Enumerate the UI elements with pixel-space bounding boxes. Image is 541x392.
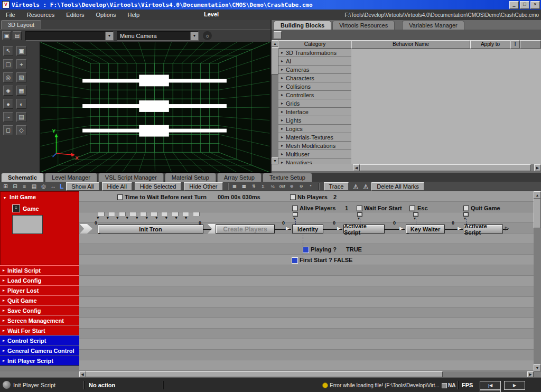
category-row[interactable]: ▸ Controllers [278, 91, 351, 99]
expand-icon[interactable]: ▸ [0, 318, 7, 323]
maximize-view-icon[interactable]: ▣ [2, 31, 11, 40]
pan-icon[interactable]: ↔ [49, 182, 57, 190]
warning-icon[interactable]: △ ! [351, 182, 360, 190]
editor-tab[interactable]: Material Setup [165, 173, 216, 182]
chevron-down-icon[interactable]: ▼ [190, 32, 198, 40]
param-alive-players-label[interactable]: Alive Players [300, 205, 336, 211]
category-row[interactable]: ▸ 3D Transformations [278, 49, 351, 57]
tab-3d-layout[interactable]: 3D Layout [1, 20, 41, 29]
expand-icon[interactable]: ▸ [0, 278, 7, 283]
script-row[interactable]: ▸ Wait For Start [0, 325, 79, 335]
parameter-shortcut-icon[interactable] [409, 206, 415, 211]
expand-icon[interactable]: ▸ [278, 67, 286, 72]
menu-item[interactable]: Resources [21, 10, 61, 20]
add-building-block-icon[interactable]: ⊞ [2, 182, 10, 190]
expand-icon[interactable]: ▸ [0, 298, 7, 303]
script-row[interactable]: ▸ Control Script [0, 335, 79, 346]
grid-icon[interactable]: ▦ [16, 86, 26, 96]
expand-icon[interactable]: ▸ [0, 338, 7, 343]
behavior-box-activate-script[interactable]: Activate Script [464, 225, 503, 234]
expand-icon[interactable]: ▸ [278, 143, 286, 148]
expand-icon[interactable]: ▸ [0, 268, 7, 273]
param-wait-for-start-label[interactable]: Wait For Start [364, 205, 402, 211]
column-header-category[interactable]: Category [278, 40, 351, 49]
view-filter-button[interactable]: Hide Other [184, 182, 222, 191]
parameter-shortcut-icon[interactable] [292, 206, 298, 211]
script-header[interactable]: ▾ Init Game [1, 192, 79, 200]
step-button[interactable]: ▮▶| [480, 390, 501, 392]
warning-icon[interactable]: △ ! [361, 182, 370, 190]
editor-tab[interactable]: Texture Setup [263, 173, 312, 182]
parameter-shortcut-icon[interactable] [117, 194, 123, 200]
category-row[interactable]: ▸ Logics [278, 125, 351, 133]
editor-tab[interactable]: Level Manager [45, 173, 97, 182]
scroll-thumb[interactable] [534, 199, 541, 228]
expand-icon[interactable]: ▸ [278, 101, 286, 106]
scroll-up-icon[interactable]: ▲ [534, 191, 541, 199]
title-bar[interactable]: V Virtools : F:\Tools\Develop\Virtools\V… [0, 0, 541, 10]
param-time-wait-value[interactable]: 00m 00s 030ms [218, 194, 260, 200]
category-row[interactable]: ▸ Narratives [278, 158, 351, 164]
expand-icon[interactable]: ▸ [278, 84, 286, 89]
expand-icon[interactable]: ▸ [278, 92, 286, 97]
camera-combo[interactable]: Menu Camera ▼ [117, 31, 199, 41]
swap-links-icon[interactable]: ⇅ [250, 182, 258, 190]
resource-tab[interactable]: Building Blocks [274, 21, 331, 30]
expand-icon[interactable]: ▸ [278, 76, 286, 80]
param-first-start-value[interactable]: FALSE [334, 257, 352, 263]
expand-icon[interactable]: ▸ [0, 358, 7, 363]
camera-icon[interactable]: ◻ [3, 125, 13, 135]
param-playing-value[interactable]: TRUE [346, 246, 362, 253]
parameter-shortcut-icon[interactable] [357, 206, 362, 211]
script-row[interactable]: ▸ General Camera Control [0, 346, 79, 356]
scroll-left-icon[interactable]: ◀ [79, 371, 86, 377]
scroll-right-icon[interactable]: ▶ [534, 164, 541, 171]
script-init-game-expanded[interactable]: ▾ Init Game ≡ Game [0, 191, 79, 265]
isometric-view-icon[interactable]: ◈ [3, 86, 13, 96]
param-first-start-label[interactable]: First Start ? [300, 257, 332, 263]
expand-icon[interactable]: ▸ [0, 328, 7, 333]
behavior-box-identity[interactable]: Identity [292, 225, 323, 234]
script-row[interactable]: ▸ Player Lost [0, 285, 79, 295]
scroll-right-icon[interactable]: ▶ [527, 371, 534, 377]
move-icon[interactable]: + [16, 59, 26, 69]
zoom-out-icon[interactable]: ⊖ [297, 182, 305, 190]
plane-icon[interactable]: ▢ [3, 59, 13, 69]
trace-button[interactable]: Trace [324, 182, 349, 191]
delete-all-marks-button[interactable]: Delete All Marks [371, 182, 424, 191]
menu-item[interactable]: Help [122, 10, 145, 20]
lock-icon[interactable]: ▣ [16, 46, 26, 56]
spot-light-icon[interactable]: ◐ [16, 99, 26, 109]
category-row[interactable]: ▸ Multiuser [278, 150, 351, 158]
collapse-icon[interactable]: ▩ [240, 182, 248, 190]
zoom-in-icon[interactable]: ⊕ [288, 182, 296, 190]
parameter-icon[interactable] [292, 257, 298, 264]
menu-item[interactable]: File [0, 10, 21, 20]
sum-icon[interactable]: Σ [259, 182, 267, 190]
param-nb-players-label[interactable]: Nb Players [297, 194, 328, 200]
highlight-icon[interactable]: * [307, 182, 315, 190]
param-playing-label[interactable]: Playing ? [311, 246, 337, 253]
view-filter-button[interactable]: Hide Selected [135, 182, 182, 191]
script-thumbnail[interactable] [12, 215, 43, 234]
scroll-thumb[interactable] [86, 371, 443, 377]
scroll-down-icon[interactable]: ▼ [534, 364, 541, 371]
error-message[interactable]: Error while loading file! (F:\Tools\Deve… [330, 382, 440, 388]
column-header-t[interactable]: T [510, 40, 520, 49]
param-time-wait-label[interactable]: Time to Wait Before next Turn [125, 194, 207, 200]
priority-icon[interactable]: ¼ [269, 182, 277, 190]
expand-icon[interactable]: ▸ [0, 288, 7, 293]
default-values-icon[interactable]: def [278, 182, 286, 190]
category-row[interactable]: ▸ Collisions [278, 82, 351, 91]
parameter-shortcut-icon[interactable] [463, 206, 469, 211]
select-icon[interactable]: ↖ [3, 46, 13, 56]
chevron-down-icon[interactable]: ▼ [105, 32, 113, 40]
expand-icon[interactable]: ▸ [0, 348, 7, 353]
script-row[interactable]: ▸ Quit Game [0, 295, 79, 305]
play-button[interactable]: ▶ [504, 381, 525, 390]
category-row[interactable]: ▸ Cameras [278, 66, 351, 74]
column-header-apply-to[interactable]: Apply to [470, 40, 510, 49]
editor-tab[interactable]: Array Setup [217, 173, 262, 182]
light-flare-icon[interactable]: ☼ [203, 31, 212, 40]
scroll-left-icon[interactable]: ◀ [353, 164, 360, 171]
